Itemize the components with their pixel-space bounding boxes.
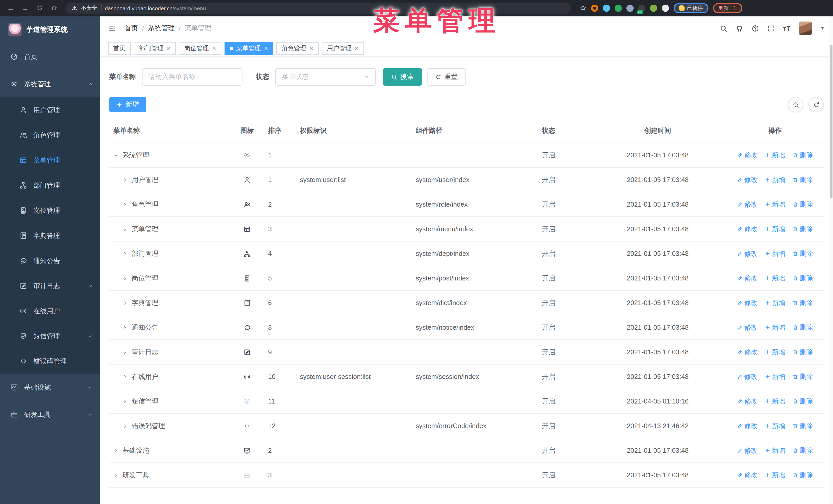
action-删除-link[interactable]: 删除 bbox=[792, 200, 813, 209]
action-删除-link[interactable]: 删除 bbox=[792, 323, 813, 332]
sidebar-item-基础设施[interactable]: 基础设施 bbox=[0, 374, 100, 401]
expand-chevron-right-icon[interactable] bbox=[122, 374, 128, 379]
action-修改-link[interactable]: 修改 bbox=[737, 150, 758, 160]
action-新增-link[interactable]: 新增 bbox=[765, 397, 785, 406]
action-修改-link[interactable]: 修改 bbox=[737, 323, 758, 332]
sidebar-item-字典管理[interactable]: 字典管理 bbox=[0, 223, 100, 248]
action-新增-link[interactable]: 新增 bbox=[765, 224, 785, 234]
browser-reload-icon[interactable] bbox=[34, 2, 45, 14]
action-删除-link[interactable]: 删除 bbox=[792, 224, 813, 234]
sidebar-item-通知公告[interactable]: 通知公告 bbox=[0, 248, 100, 273]
ext-columns-icon[interactable] bbox=[626, 4, 634, 11]
action-删除-link[interactable]: 删除 bbox=[792, 298, 813, 307]
browser-home-icon[interactable] bbox=[48, 2, 60, 14]
action-修改-link[interactable]: 修改 bbox=[737, 224, 758, 234]
action-新增-link[interactable]: 新增 bbox=[765, 471, 785, 480]
close-tab-icon[interactable]: ✕ bbox=[309, 45, 313, 51]
action-修改-link[interactable]: 修改 bbox=[737, 471, 758, 480]
tab-首页[interactable]: 首页 bbox=[108, 42, 131, 55]
tab-菜单管理[interactable]: 菜单管理✕ bbox=[224, 42, 273, 55]
sidebar-item-首页[interactable]: 首页 bbox=[0, 43, 100, 70]
action-删除-link[interactable]: 删除 bbox=[792, 397, 813, 406]
search-button[interactable]: 搜索 bbox=[383, 68, 422, 86]
action-新增-link[interactable]: 新增 bbox=[765, 175, 785, 184]
action-新增-link[interactable]: 新增 bbox=[765, 150, 785, 160]
close-tab-icon[interactable]: ✕ bbox=[212, 45, 216, 51]
breadcrumb-item[interactable]: 首页 bbox=[124, 24, 138, 33]
tab-角色管理[interactable]: 角色管理✕ bbox=[276, 42, 318, 55]
browser-forward-icon[interactable]: → bbox=[20, 2, 31, 14]
action-修改-link[interactable]: 修改 bbox=[737, 372, 758, 381]
sidebar-item-系统管理[interactable]: 系统管理 bbox=[0, 70, 100, 97]
expand-chevron-right-icon[interactable] bbox=[122, 325, 128, 330]
action-修改-link[interactable]: 修改 bbox=[737, 446, 758, 455]
sidebar-item-部门管理[interactable]: 部门管理 bbox=[0, 173, 100, 198]
action-修改-link[interactable]: 修改 bbox=[737, 200, 758, 209]
status-select[interactable]: 菜单状态 bbox=[275, 68, 376, 86]
tab-部门管理[interactable]: 部门管理✕ bbox=[134, 42, 176, 55]
ext-dark-on-icon[interactable]: on bbox=[638, 4, 645, 11]
action-新增-link[interactable]: 新增 bbox=[765, 372, 785, 381]
show-search-button[interactable] bbox=[788, 97, 803, 112]
collapse-sidebar-icon[interactable] bbox=[108, 24, 116, 32]
close-tab-icon[interactable]: ✕ bbox=[355, 45, 359, 51]
sidebar-item-短信管理[interactable]: 短信管理 bbox=[0, 323, 100, 349]
action-新增-link[interactable]: 新增 bbox=[765, 421, 785, 430]
action-删除-link[interactable]: 删除 bbox=[792, 347, 813, 357]
action-修改-link[interactable]: 修改 bbox=[737, 298, 758, 307]
action-新增-link[interactable]: 新增 bbox=[765, 323, 785, 332]
action-删除-link[interactable]: 删除 bbox=[792, 446, 813, 455]
close-tab-icon[interactable]: ✕ bbox=[264, 45, 268, 51]
action-删除-link[interactable]: 删除 bbox=[792, 150, 813, 160]
action-删除-link[interactable]: 删除 bbox=[792, 421, 813, 430]
expand-chevron-right-icon[interactable] bbox=[122, 202, 128, 207]
expand-chevron-right-icon[interactable] bbox=[122, 300, 128, 305]
action-修改-link[interactable]: 修改 bbox=[737, 249, 758, 258]
action-删除-link[interactable]: 删除 bbox=[792, 372, 813, 381]
browser-update-button[interactable]: 更新 ⋮ bbox=[713, 3, 742, 13]
sidebar-item-研发工具[interactable]: 研发工具 bbox=[0, 401, 100, 428]
browser-back-icon[interactable]: ← bbox=[5, 2, 17, 14]
expand-chevron-right-icon[interactable] bbox=[122, 226, 128, 232]
tab-岗位管理[interactable]: 岗位管理✕ bbox=[179, 42, 221, 55]
action-删除-link[interactable]: 删除 bbox=[792, 471, 813, 480]
app-logo-row[interactable]: 芋道管理系统 bbox=[0, 17, 100, 43]
action-删除-link[interactable]: 删除 bbox=[792, 273, 813, 283]
action-新增-link[interactable]: 新增 bbox=[765, 446, 785, 455]
ext-green-monkey-icon[interactable] bbox=[650, 4, 657, 11]
fullscreen-icon[interactable] bbox=[767, 24, 775, 32]
user-avatar[interactable] bbox=[799, 22, 812, 35]
action-新增-link[interactable]: 新增 bbox=[765, 347, 785, 357]
extension-paused-pill[interactable]: 已暂停 bbox=[673, 3, 708, 13]
reset-button[interactable]: 重置 bbox=[427, 68, 466, 86]
tab-用户管理[interactable]: 用户管理✕ bbox=[322, 42, 364, 55]
ext-orange-ring-icon[interactable] bbox=[591, 4, 598, 11]
action-新增-link[interactable]: 新增 bbox=[765, 249, 785, 258]
refresh-table-button[interactable] bbox=[808, 97, 824, 112]
expand-chevron-right-icon[interactable] bbox=[122, 275, 128, 281]
scrollbar-thumb[interactable] bbox=[830, 45, 832, 198]
expand-chevron-right-icon[interactable] bbox=[122, 350, 128, 355]
add-button[interactable]: 新增 bbox=[109, 97, 146, 112]
chevron-down-icon[interactable]: ▼ bbox=[820, 26, 825, 31]
sidebar-item-角色管理[interactable]: 角色管理 bbox=[0, 123, 100, 148]
sidebar-item-用户管理[interactable]: 用户管理 bbox=[0, 97, 100, 123]
ext-blue-gem-icon[interactable] bbox=[603, 4, 610, 11]
text-size-icon[interactable]: тT bbox=[783, 24, 791, 32]
help-icon[interactable] bbox=[752, 24, 759, 32]
sidebar-item-岗位管理[interactable]: 岗位管理 bbox=[0, 198, 100, 223]
action-修改-link[interactable]: 修改 bbox=[737, 421, 758, 430]
action-修改-link[interactable]: 修改 bbox=[737, 273, 758, 283]
github-icon[interactable] bbox=[736, 24, 743, 32]
sidebar-item-审计日志[interactable]: 审计日志 bbox=[0, 273, 100, 298]
action-删除-link[interactable]: 删除 bbox=[792, 175, 813, 184]
expand-chevron-down-icon[interactable] bbox=[113, 152, 118, 158]
sidebar-item-错误码管理[interactable]: 错误码管理 bbox=[0, 349, 100, 374]
expand-chevron-right-icon[interactable] bbox=[122, 177, 128, 182]
menu-name-input[interactable]: 请输入菜单名称 bbox=[142, 68, 242, 86]
action-修改-link[interactable]: 修改 bbox=[737, 397, 758, 406]
breadcrumb-item[interactable]: 系统管理 bbox=[148, 24, 174, 33]
expand-chevron-right-icon[interactable] bbox=[122, 251, 128, 256]
ext-green-check-icon[interactable] bbox=[615, 4, 622, 11]
page-scrollbar[interactable] bbox=[829, 17, 833, 504]
